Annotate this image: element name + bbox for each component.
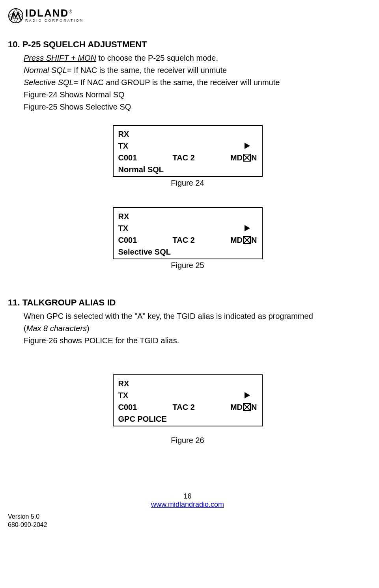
page-number: 16 [8, 492, 367, 501]
md-prefix: MD [230, 401, 243, 413]
svg-point-0 [9, 9, 23, 23]
globe-m-icon [8, 8, 24, 24]
fig25-tx-row: TX [118, 222, 257, 234]
fig24-channel: C001 [118, 152, 137, 164]
line2-rest: = If NAC is the same, the receiver will … [67, 66, 227, 74]
fig25-channel-row: C001 TAC 2 MDN [118, 234, 257, 246]
page-footer: 16 www.midlandradio.com [8, 492, 367, 509]
logo-group: IDLAND® RADIO CORPORATION [8, 8, 84, 24]
figure-26-display: RX TX C001 TAC 2 MDN GPC POLICE [113, 374, 263, 426]
fig24-tx: TX [118, 140, 129, 152]
x-box-icon [243, 403, 251, 411]
line1-rest: to choose the P-25 squelch mode. [96, 54, 218, 62]
fig26-rx: RX [118, 378, 257, 389]
md-suffix: N [251, 234, 257, 246]
figure-24-caption: Figure 24 [8, 179, 367, 188]
x-box-icon [243, 236, 251, 244]
section-10-line5: Figure-25 Shows Selective SQ [24, 101, 367, 113]
fig24-bottom: Normal SQL [118, 164, 257, 175]
fig26-mode: MDN [230, 401, 257, 413]
fig26-tx-row: TX [118, 389, 257, 401]
fig26-channel: C001 [118, 401, 137, 413]
play-triangle-icon [245, 225, 250, 231]
section-10-content: Press SHIFT + MON to choose the P-25 squ… [24, 52, 367, 113]
fig26-channel-row: C001 TAC 2 MDN [118, 401, 257, 413]
line3-rest: = If NAC and GROUP is the same, the rece… [74, 78, 280, 87]
fig24-mode: MDN [230, 152, 257, 164]
fig25-rx: RX [118, 210, 257, 222]
line2-pre: ( [24, 324, 26, 333]
figure-26-caption: Figure 26 [8, 436, 367, 445]
normal-sql-label: Normal SQL [24, 66, 67, 74]
section-10-line3: Selective SQL= If NAC and GROUP is the s… [24, 76, 367, 89]
figure-24-display: RX TX C001 TAC 2 MDN Normal SQL [113, 125, 263, 177]
logo-block: IDLAND® RADIO CORPORATION [8, 8, 367, 24]
section-11-heading: 11. TALKGROUP ALIAS ID [8, 298, 367, 308]
fig26-tx: TX [118, 389, 129, 401]
version-text: Version 5.0 [8, 513, 367, 521]
logo-text-stack: IDLAND® RADIO CORPORATION [25, 8, 84, 22]
play-triangle-icon [245, 143, 250, 149]
logo-name: IDLAND [25, 7, 69, 19]
md-prefix: MD [230, 152, 243, 164]
x-box-icon [243, 154, 251, 162]
max-chars-note: Max 8 characters [26, 324, 87, 333]
fig25-mode: MDN [230, 234, 257, 246]
figure-25-display: RX TX C001 TAC 2 MDN Selective SQL [113, 207, 263, 259]
figure-25-caption: Figure 25 [8, 261, 367, 270]
fig24-tac: TAC 2 [172, 152, 194, 164]
section-10-heading: 10. P-25 SQUELCH ADJUSTMENT [8, 39, 367, 50]
fig24-channel-row: C001 TAC 2 MDN [118, 152, 257, 164]
md-suffix: N [251, 401, 257, 413]
website-link[interactable]: www.midlandradio.com [151, 501, 224, 508]
fig25-channel: C001 [118, 234, 137, 246]
fig25-tx: TX [118, 222, 129, 234]
shift-mon-instruction: Press SHIFT + MON [24, 54, 96, 62]
fig25-bottom: Selective SQL [118, 246, 257, 258]
fig26-tac: TAC 2 [172, 401, 194, 413]
selective-sql-label: Selective SQL [24, 78, 74, 87]
md-prefix: MD [230, 234, 243, 246]
section-10-line1: Press SHIFT + MON to choose the P-25 squ… [24, 52, 367, 64]
fig26-bottom: GPC POLICE [118, 413, 257, 425]
registered-icon: ® [69, 9, 72, 15]
section-10-line2: Normal SQL= If NAC is the same, the rece… [24, 64, 367, 76]
section-11-line3: Figure-26 shows POLICE for the TGID alia… [24, 335, 367, 347]
version-block: Version 5.0 680-090-2042 [8, 513, 367, 529]
play-triangle-icon [245, 392, 250, 398]
fig24-tx-row: TX [118, 140, 257, 152]
logo-subtitle: RADIO CORPORATION [25, 19, 84, 22]
line2-post: ) [87, 324, 90, 333]
section-11-line1: When GPC is selected with the "A" key, t… [24, 310, 367, 322]
section-10-line4: Figure-24 Shows Normal SQ [24, 89, 367, 101]
section-11-line2: (Max 8 characters) [24, 322, 367, 335]
section-11-content: When GPC is selected with the "A" key, t… [24, 310, 367, 347]
md-suffix: N [251, 152, 257, 164]
document-number: 680-090-2042 [8, 521, 367, 529]
fig25-tac: TAC 2 [172, 234, 194, 246]
fig24-rx: RX [118, 128, 257, 140]
